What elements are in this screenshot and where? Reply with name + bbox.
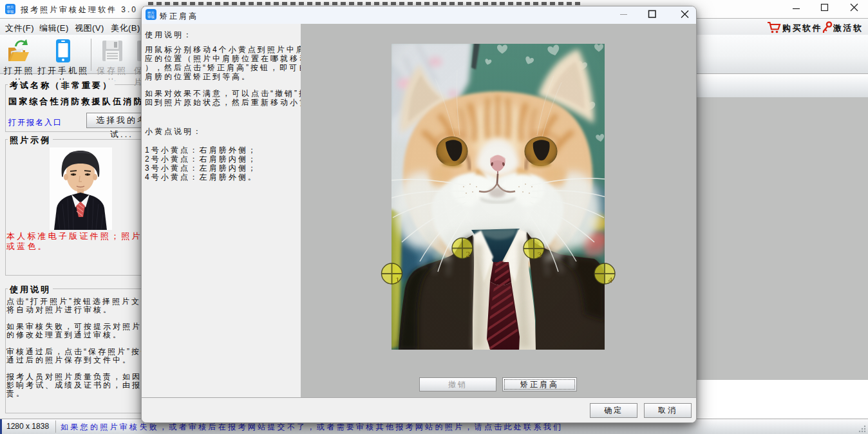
svg-text:2: 2 xyxy=(466,249,471,259)
svg-text:4: 4 xyxy=(609,275,613,285)
svg-text:1: 1 xyxy=(395,275,400,285)
svg-text:审核: 审核 xyxy=(7,10,15,14)
svg-text:审核: 审核 xyxy=(147,15,155,19)
svg-text:3: 3 xyxy=(538,250,542,259)
